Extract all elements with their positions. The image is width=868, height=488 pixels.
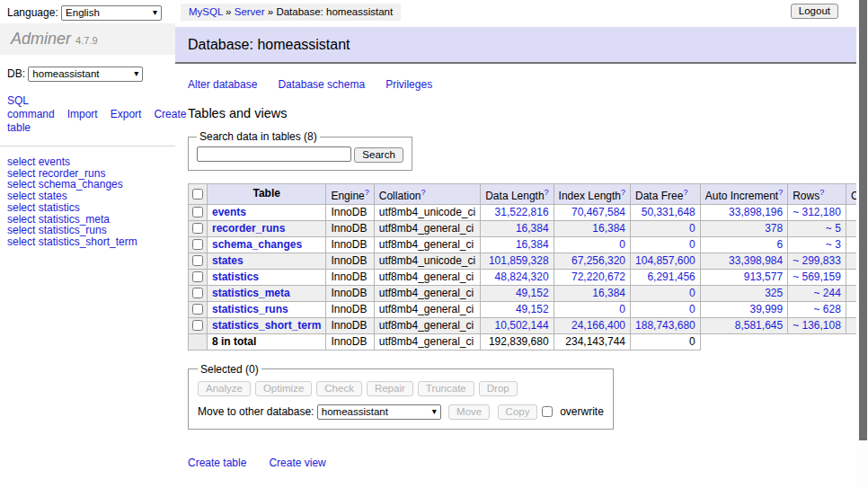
logout-button[interactable]: Logout [791, 4, 838, 19]
row-checkbox[interactable] [192, 271, 203, 282]
sidebar-action-link[interactable]: SQL command [7, 94, 55, 120]
value-link[interactable]: ~ 5 [826, 222, 841, 235]
column-help-link[interactable]: ? [683, 188, 687, 197]
row-checkbox[interactable] [192, 304, 203, 315]
value-link[interactable]: 72,220,672 [571, 271, 625, 283]
value-link[interactable]: 0 [689, 222, 695, 235]
optimize-button[interactable]: Optimize [255, 381, 312, 396]
value-link[interactable]: 67,256,320 [571, 254, 625, 267]
column-help-link[interactable]: ? [819, 188, 824, 197]
column-help-link[interactable]: ? [778, 188, 783, 197]
nav-link[interactable]: Privileges [385, 78, 432, 91]
table-name-link[interactable]: statistics [212, 271, 259, 283]
row-checkbox[interactable] [192, 223, 203, 234]
row-checkbox[interactable] [192, 288, 203, 298]
value-link[interactable]: 16,384 [592, 222, 625, 235]
truncate-button[interactable]: Truncate [418, 381, 474, 396]
drop-button[interactable]: Drop [479, 381, 518, 396]
search-input[interactable] [197, 146, 351, 162]
nav-link[interactable]: Database schema [278, 78, 365, 91]
value-link[interactable]: 16,384 [516, 238, 549, 251]
footer-link[interactable]: Create view [269, 457, 325, 469]
check-button[interactable]: Check [316, 381, 362, 396]
sidebar-table-link[interactable]: select states [7, 191, 168, 202]
value-link[interactable]: 0 [619, 303, 625, 315]
table-name-link[interactable]: events [212, 206, 246, 218]
value-link[interactable]: 6,291,456 [647, 271, 695, 283]
table-name-link[interactable]: statistics_short_term [212, 319, 321, 332]
db-select[interactable]: homeassistant [28, 67, 143, 82]
column-help-link[interactable]: ? [545, 188, 549, 197]
value-link[interactable]: ~ 569,159 [793, 271, 841, 283]
footer-link[interactable]: Create table [188, 457, 246, 469]
value-link[interactable]: ~ 628 [814, 303, 841, 315]
table-name-link[interactable]: schema_changes [212, 238, 302, 251]
engine-cell: InnoDB [326, 204, 374, 220]
column-header: Data Free? [631, 183, 701, 204]
value-link[interactable]: 10,502,144 [495, 319, 549, 332]
sidebar-action-link[interactable]: Export [111, 108, 142, 120]
analyze-button[interactable]: Analyze [198, 381, 251, 396]
sidebar-action-link[interactable]: Import [67, 108, 98, 120]
table-name-link[interactable]: states [212, 254, 244, 267]
value-link[interactable]: 101,859,328 [489, 254, 549, 267]
value-link[interactable]: 50,331,648 [642, 206, 695, 218]
value-link[interactable]: 8,581,645 [735, 319, 783, 332]
value-link[interactable]: 104,857,600 [635, 254, 695, 267]
move-database-select[interactable]: homeassistant [317, 404, 441, 420]
search-button[interactable]: Search [354, 147, 403, 163]
table-name-link[interactable]: statistics_runs [212, 303, 288, 315]
repair-button[interactable]: Repair [367, 381, 413, 396]
value-link[interactable]: ~ 299,833 [793, 254, 841, 267]
value-link[interactable]: 24,166,400 [571, 319, 625, 332]
sidebar-table-link[interactable]: select statistics_short_term [7, 236, 168, 248]
overwrite-checkbox[interactable] [542, 406, 553, 417]
value-link[interactable]: 188,743,680 [635, 319, 695, 332]
value-link[interactable]: 16,384 [516, 222, 549, 235]
value-link[interactable]: 6 [776, 238, 783, 251]
scrollbar-thumb[interactable] [859, 0, 867, 440]
value-link[interactable]: 0 [619, 238, 625, 251]
value-link[interactable]: 33,898,196 [729, 206, 783, 218]
value-link[interactable]: 378 [765, 222, 783, 235]
value-link[interactable]: 0 [689, 287, 695, 299]
value-link[interactable]: 16,384 [592, 287, 625, 299]
table-name-link[interactable]: statistics_meta [212, 287, 290, 299]
value-link[interactable]: ~ 244 [814, 287, 841, 299]
value-link[interactable]: 48,824,320 [495, 271, 549, 283]
column-help-link[interactable]: ? [365, 188, 369, 197]
table-name-link[interactable]: recorder_runs [212, 222, 285, 235]
language-select[interactable]: English [61, 5, 162, 21]
value-link[interactable]: 33,398,984 [729, 254, 783, 267]
copy-button[interactable]: Copy [498, 404, 538, 420]
column-help-link[interactable]: ? [421, 188, 425, 197]
value-link[interactable]: 325 [765, 287, 783, 299]
value-link[interactable]: 49,152 [516, 303, 549, 315]
select-all-checkbox[interactable] [192, 189, 203, 200]
breadcrumb-link[interactable]: Server [235, 6, 265, 17]
value-link[interactable]: 0 [689, 303, 695, 315]
sidebar-table-link[interactable]: select statistics [7, 202, 168, 214]
numeric-cell: 234,143,744 [554, 333, 630, 350]
value-link[interactable]: 49,152 [516, 287, 549, 299]
row-checkbox-cell [189, 204, 208, 220]
nav-link[interactable]: Alter database [188, 78, 257, 91]
value-link[interactable]: 31,522,816 [495, 206, 549, 218]
value-link[interactable]: 0 [689, 238, 695, 251]
value-link[interactable]: ~ 312,180 [793, 206, 841, 218]
row-checkbox[interactable] [192, 320, 203, 331]
row-checkbox[interactable] [192, 207, 203, 217]
sidebar-table-link[interactable]: select events [7, 156, 168, 168]
row-checkbox[interactable] [192, 239, 203, 250]
value-link[interactable]: ~ 136,108 [793, 319, 841, 332]
vertical-scrollbar[interactable] [856, 0, 868, 488]
move-button[interactable]: Move [448, 404, 490, 420]
breadcrumb-link[interactable]: MySQL [189, 6, 223, 17]
row-checkbox[interactable] [192, 255, 203, 266]
value-link[interactable]: 70,467,584 [571, 206, 625, 218]
value-link[interactable]: ~ 3 [826, 238, 841, 251]
value-link[interactable]: 39,999 [749, 303, 783, 315]
column-help-link[interactable]: ? [621, 188, 625, 197]
value-link[interactable]: 913,577 [744, 271, 783, 283]
engine-cell: InnoDB [326, 253, 374, 269]
